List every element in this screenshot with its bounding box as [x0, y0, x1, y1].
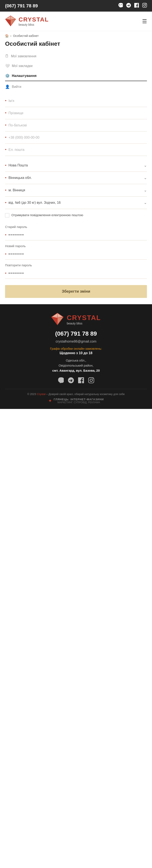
name-required-dot: • [5, 99, 6, 103]
breadcrumb-current: Особистий кабінет [13, 34, 39, 37]
footer-copyright: © 2023 Crystal – Довіряй своїй красі, об… [5, 393, 147, 396]
repeat-password-input[interactable] [8, 271, 147, 276]
nav-item-bookmarks-label: Мої закладки [12, 64, 32, 68]
delivery-type-chevron: ⌄ [144, 163, 147, 168]
breadcrumb-home-icon[interactable]: 🏠 [5, 34, 9, 37]
phone-required-dot: • [5, 135, 6, 140]
footer-logo: CRYSTAL beauty bliss [5, 313, 147, 326]
old-password-label: Старий пароль [5, 225, 147, 228]
logo-text: CRYSTAL beauty bliss [19, 16, 49, 26]
city-dropdown[interactable]: • м. Вінниця ⌄ [5, 184, 147, 196]
email-required-dot: • [5, 148, 6, 152]
nav-item-orders-label: Мої замовлення [11, 54, 36, 58]
nav-item-settings-label: Налаштування [12, 74, 36, 78]
viber-icon[interactable] [118, 3, 123, 9]
city-label: м. Вінниця [8, 188, 142, 192]
nav-item-bookmarks[interactable]: 🤍 Мої закладки [5, 61, 147, 71]
footer-promo-sub: МАРКЕТИНГ. СУПРОВІД. РЕКЛАМА [54, 401, 104, 404]
region-required-dot: • [5, 176, 6, 180]
footer-divider [5, 389, 147, 389]
repeat-password-label: Повторити пароль [5, 264, 147, 267]
footer: CRYSTAL beauty bliss (067) 791 78 89 cry… [0, 304, 152, 409]
nav-item-orders[interactable]: 🗒 Мої замовлення [5, 52, 147, 61]
promo-star-icon: ✦ [48, 398, 52, 404]
email-notify-label: Отримувати повідомлення електронною пошт… [11, 213, 83, 217]
nav-item-logout-label: Вийти [12, 85, 21, 89]
footer-crystal-text: CRYSTAL [67, 314, 101, 322]
city-required-dot: • [5, 188, 6, 192]
region-dropdown[interactable]: • Вінницька обл. ⌄ [5, 172, 147, 184]
patronymic-field-group: • [5, 119, 147, 131]
logo-crystal-text: CRYSTAL [19, 16, 49, 23]
breadcrumb-separator: › [10, 34, 11, 37]
footer-schedule-label: Графік обробки онлайн-замовлень: [5, 347, 147, 350]
top-bar: (067) 791 78 89 [0, 0, 152, 11]
logout-icon: 👤 [5, 85, 10, 89]
footer-logo-text: CRYSTAL beauty bliss [67, 314, 101, 325]
top-bar-phone[interactable]: (067) 791 78 89 [5, 3, 38, 9]
email-notify-checkbox[interactable] [5, 213, 9, 217]
bookmarks-icon: 🤍 [5, 64, 10, 68]
footer-email[interactable]: crystalhome86@gmail.com [5, 340, 147, 343]
branch-chevron: ⌄ [144, 200, 147, 205]
breadcrumb: 🏠 › Особистий кабінет [0, 31, 152, 39]
email-field-group: • [5, 144, 147, 156]
save-button[interactable]: Зберегти зміни [5, 285, 147, 298]
svg-marker-2 [10, 19, 16, 26]
hamburger-menu[interactable]: ☰ [142, 18, 147, 25]
surname-input[interactable] [8, 111, 147, 115]
save-section: Зберегти зміни [0, 279, 152, 304]
nav-item-settings[interactable]: ⚙️ Налаштування [5, 71, 147, 81]
footer-address-line3: смт. Авангард, вул. Базова, 20 [52, 369, 100, 372]
personal-form: • • • • • [0, 95, 152, 156]
settings-icon: ⚙️ [5, 73, 10, 78]
delivery-type-dropdown[interactable]: • Нова Пошта ⌄ [5, 159, 147, 172]
delivery-type-required-dot: • [5, 163, 6, 168]
phone-field-group: • [5, 131, 147, 144]
footer-viber-icon[interactable] [58, 377, 64, 385]
phone-input[interactable] [8, 136, 147, 140]
footer-phone[interactable]: (067) 791 78 89 [5, 330, 147, 337]
branch-dropdown[interactable]: • від. №6 (до 30 кг) вул. Зодчих, 16 ⌄ [5, 196, 147, 209]
footer-promo: ✦ ГЛЯНЕЦЬ: ІНТЕРНЕТ-МАГАЗИНИ МАРКЕТИНГ. … [5, 398, 147, 404]
patronymic-required-dot: • [5, 123, 6, 127]
branch-required-dot: • [5, 200, 6, 205]
nav-menu: 🗒 Мої замовлення 🤍 Мої закладки ⚙️ Налаш… [0, 52, 152, 92]
region-chevron: ⌄ [144, 176, 147, 180]
password-section: Старий пароль • Новий пароль • Повторити… [0, 225, 152, 279]
facebook-icon[interactable] [134, 3, 139, 9]
old-password-group: • [5, 230, 147, 240]
footer-telegram-icon[interactable] [68, 377, 74, 385]
email-input[interactable] [8, 148, 147, 152]
new-password-group: • [5, 249, 147, 259]
branch-label: від. №6 (до 30 кг) вул. Зодчих, 16 [8, 201, 142, 205]
name-input[interactable] [8, 99, 147, 103]
footer-schedule: Щоденно з 10 до 18 [5, 351, 147, 355]
footer-copyright-link[interactable]: Crystal [37, 393, 45, 396]
city-chevron: ⌄ [144, 188, 147, 192]
surname-required-dot: • [5, 111, 6, 115]
logo-diamond-icon [5, 16, 16, 27]
footer-facebook-icon[interactable] [78, 377, 84, 385]
instagram-icon[interactable] [142, 3, 147, 9]
old-password-required-dot: • [5, 233, 6, 237]
footer-address-line1: Одеська обл., [66, 359, 86, 362]
repeat-password-required-dot: • [5, 271, 6, 276]
orders-icon: 🗒 [5, 54, 9, 58]
footer-promo-title: ГЛЯНЕЦЬ: ІНТЕРНЕТ-МАГАЗИНИ [54, 398, 104, 401]
patronymic-input[interactable] [8, 123, 147, 127]
logo-sub-text: beauty bliss [19, 23, 49, 26]
telegram-icon[interactable] [126, 3, 131, 9]
new-password-label: Новий пароль [5, 244, 147, 248]
delivery-form: • Нова Пошта ⌄ • Вінницька обл. ⌄ • м. В… [0, 159, 152, 221]
footer-diamond-icon [51, 313, 64, 326]
top-bar-social-icons [118, 3, 147, 9]
page-title: Особистий кабінет [0, 39, 152, 52]
surname-field-group: • [5, 107, 147, 119]
footer-instagram-icon[interactable] [88, 377, 94, 385]
footer-social-icons [5, 377, 147, 385]
new-password-input[interactable] [8, 252, 147, 256]
nav-item-logout[interactable]: 👤 Вийти [5, 82, 147, 92]
old-password-input[interactable] [8, 233, 147, 237]
header: CRYSTAL beauty bliss ☰ [0, 11, 152, 31]
